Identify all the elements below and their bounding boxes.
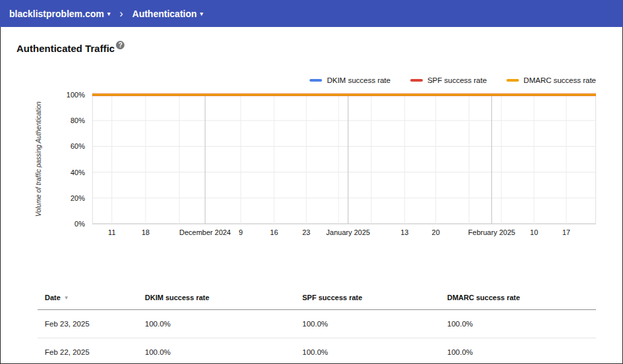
legend-item-dmarc-success-rate: DMARC success rate (506, 76, 596, 84)
chart-legend: DKIM success rateSPF success rateDMARC s… (16, 75, 596, 85)
page-title: Authenticated Traffic (16, 43, 115, 54)
main-content: Authenticated Traffic ? DKIM success rat… (0, 43, 623, 364)
chevron-down-icon: ▾ (107, 11, 111, 17)
y-axis-title: Volume of traffic passing Authentication (34, 95, 43, 224)
column-header-dkim-success-rate: DKIM success rate (145, 288, 302, 310)
help-icon[interactable]: ? (116, 41, 124, 49)
title-row: Authenticated Traffic ? (16, 43, 623, 54)
table-cell: 100.0% (302, 338, 447, 364)
x-tick-label: 17 (562, 228, 570, 236)
y-tick-label: 0% (16, 220, 85, 228)
sort-descending-icon: ▼ (64, 295, 69, 301)
domain-label: blacklistproblem.com (9, 9, 104, 19)
legend-item-spf-success-rate: SPF success rate (410, 76, 487, 84)
chevron-down-icon: ▾ (200, 11, 203, 17)
y-tick-label: 20% (16, 194, 85, 202)
column-header-dmarc-success-rate: DMARC success rate (447, 288, 596, 310)
y-tick-label: 100% (16, 91, 85, 99)
x-tick-label: 23 (302, 228, 310, 236)
legend-swatch (410, 79, 423, 82)
chart-plot-area: Volume of traffic passing Authentication… (16, 95, 596, 247)
table-cell: 100.0% (145, 338, 302, 364)
x-tick-label: 16 (270, 228, 278, 236)
postmaster-tools-page: blacklistproblem.com ▾ › Authentication … (0, 0, 623, 364)
table-cell: Feb 22, 2025 (38, 338, 145, 364)
legend-label: SPF success rate (427, 76, 487, 84)
y-tick-label: 40% (16, 169, 85, 176)
x-tick-label: 20 (432, 228, 440, 236)
legend-swatch (310, 79, 322, 82)
y-tick-label: 60% (16, 142, 85, 150)
x-tick-label: 18 (142, 228, 149, 236)
section-selector[interactable]: Authentication ▾ (131, 7, 205, 20)
x-tick-label: January 2025 (326, 228, 370, 236)
legend-item-dkim-success-rate: DKIM success rate (310, 76, 391, 84)
y-tick-label: 80% (16, 117, 85, 124)
legend-label: DKIM success rate (327, 76, 391, 84)
table-row: Feb 23, 2025100.0%100.0%100.0% (38, 310, 596, 338)
table-cell: Feb 23, 2025 (38, 310, 145, 338)
section-label: Authentication (132, 9, 197, 19)
x-tick-label: 11 (108, 228, 115, 236)
legend-swatch (506, 79, 519, 82)
x-tick-label: 10 (530, 228, 538, 236)
domain-selector[interactable]: blacklistproblem.com ▾ (8, 7, 111, 20)
table-cell: 100.0% (447, 310, 596, 338)
top-navigation-bar: blacklistproblem.com ▾ › Authentication … (0, 0, 623, 27)
table-cell: 100.0% (145, 310, 302, 338)
chart-series-svg (92, 95, 596, 224)
authentication-table: Date▼DKIM success rateSPF success rateDM… (38, 288, 596, 364)
table-cell: 100.0% (447, 338, 596, 364)
x-tick-label: February 2025 (468, 228, 516, 236)
chevron-right-icon: › (119, 8, 122, 20)
x-tick-label: 9 (239, 228, 243, 236)
legend-label: DMARC success rate (524, 76, 596, 84)
table-header-row: Date▼DKIM success rateSPF success rateDM… (38, 288, 596, 310)
table-cell: 100.0% (302, 310, 447, 338)
authentication-chart: DKIM success rateSPF success rateDMARC s… (16, 75, 596, 247)
table-row: Feb 22, 2025100.0%100.0%100.0% (38, 338, 596, 364)
x-tick-label: December 2024 (179, 228, 230, 236)
x-tick-label: 13 (400, 228, 408, 236)
column-header-spf-success-rate: SPF success rate (302, 288, 447, 310)
column-header-date[interactable]: Date▼ (38, 288, 145, 310)
